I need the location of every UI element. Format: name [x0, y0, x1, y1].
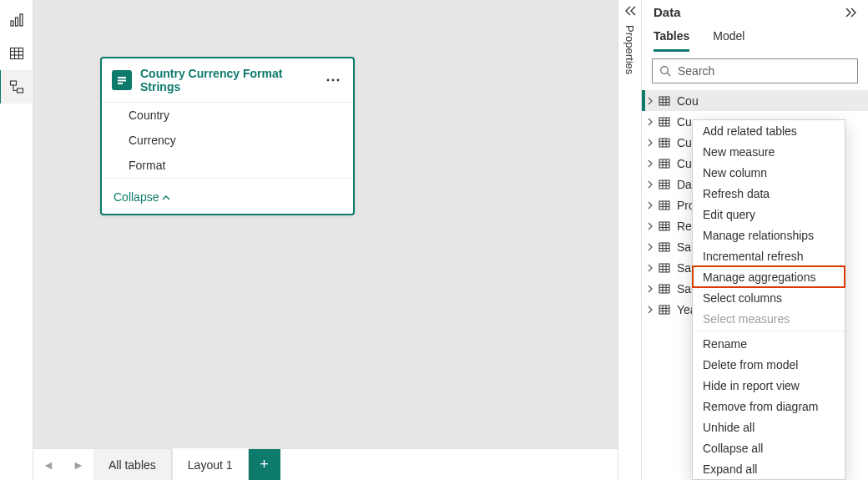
layout-tab-bar: ◄ ► All tables Layout 1 + [33, 448, 618, 480]
svg-rect-3 [10, 48, 23, 59]
context-menu-item[interactable]: New measure [693, 141, 845, 162]
context-menu-item[interactable]: Collapse all [693, 437, 845, 458]
table-icon [659, 200, 672, 211]
table-icon [659, 262, 672, 274]
app-root: Country Currency Format Strings Country … [0, 0, 868, 480]
table-field[interactable]: Format [102, 153, 353, 178]
search-input[interactable] [676, 63, 850, 78]
tab-tables[interactable]: Tables [654, 26, 689, 52]
tab-model[interactable]: Model [713, 26, 744, 52]
chevron-right-icon [647, 222, 659, 230]
properties-panel-collapsed: Properties [618, 0, 641, 480]
table-card-fields: Country Currency Format [102, 103, 353, 178]
svg-rect-29 [659, 139, 669, 147]
model-view-button[interactable] [0, 70, 32, 104]
chevron-up-icon [162, 195, 170, 201]
diagram-canvas[interactable]: Country Currency Format Strings Country … [33, 0, 618, 448]
table-card-more-button[interactable] [323, 78, 343, 82]
svg-rect-34 [659, 159, 669, 168]
svg-rect-24 [659, 118, 669, 126]
svg-rect-13 [118, 83, 123, 84]
data-view-button[interactable] [0, 37, 33, 70]
search-icon [659, 65, 671, 77]
context-menu-item[interactable]: Delete from model [693, 354, 845, 375]
tree-table-row[interactable]: Cou [642, 90, 868, 111]
table-card[interactable]: Country Currency Format Strings Country … [100, 57, 355, 215]
svg-rect-9 [17, 88, 23, 93]
canvas-column: Country Currency Format Strings Country … [33, 0, 618, 480]
context-menu-item[interactable]: Remove from diagram [693, 396, 845, 417]
layout-tab-layout1[interactable]: Layout 1 [172, 448, 249, 480]
context-menu-item[interactable]: Manage relationships [693, 225, 845, 245]
context-menu-separator [693, 331, 845, 331]
table-icon [659, 158, 672, 169]
layout-scroll-left[interactable]: ◄ [33, 449, 63, 480]
svg-rect-54 [659, 243, 669, 251]
expand-data-panel-button[interactable] [845, 7, 858, 18]
tab-label: Model [713, 29, 744, 43]
svg-rect-0 [11, 21, 13, 26]
table-header-icon [112, 70, 132, 90]
context-menu-item[interactable]: New column [693, 162, 845, 183]
svg-rect-39 [659, 180, 669, 189]
tab-label: Tables [654, 29, 689, 43]
chevron-right-icon [647, 159, 659, 168]
chevron-right-icon [647, 243, 659, 251]
svg-rect-2 [20, 14, 23, 26]
table-card-title: Country Currency Format Strings [140, 67, 323, 93]
data-panel-titlebar: Data [642, 0, 868, 21]
data-panel-tabs: Tables Model [642, 21, 868, 52]
tree-table-label: Cou [677, 94, 699, 108]
table-icon [659, 95, 672, 107]
table-card-header: Country Currency Format Strings [102, 58, 353, 103]
chevron-right-icon [647, 264, 659, 272]
context-menu-item[interactable]: Hide in report view [693, 375, 845, 396]
table-field[interactable]: Country [102, 103, 353, 128]
layout-tab-label: All tables [108, 458, 156, 472]
chevron-right-icon [647, 201, 659, 210]
data-panel-title: Data [654, 5, 681, 19]
layout-add-button[interactable]: + [249, 449, 280, 480]
table-icon [659, 220, 672, 232]
svg-point-16 [337, 79, 340, 82]
context-menu-item[interactable]: Incremental refresh [693, 245, 845, 266]
layout-tab-label: Layout 1 [188, 458, 233, 472]
context-menu-item[interactable]: Rename [693, 333, 845, 354]
context-menu-item[interactable]: Unhide all [693, 417, 845, 437]
table-icon [659, 137, 672, 149]
layout-scroll-right[interactable]: ► [63, 449, 93, 480]
context-menu-item[interactable]: Add related tables [693, 120, 845, 141]
layout-tab-all-tables[interactable]: All tables [93, 449, 172, 480]
svg-point-17 [661, 67, 669, 74]
search-box[interactable] [652, 58, 858, 83]
svg-rect-64 [659, 285, 669, 293]
view-rail [0, 0, 33, 480]
svg-rect-49 [659, 222, 669, 230]
context-menu-item[interactable]: Edit query [693, 204, 845, 225]
context-menu-item[interactable]: Expand all [693, 458, 845, 479]
svg-rect-19 [659, 97, 669, 105]
chevron-right-icon [647, 118, 659, 126]
properties-label: Properties [623, 25, 636, 74]
svg-line-18 [667, 73, 670, 76]
svg-rect-1 [15, 18, 18, 26]
svg-point-15 [332, 79, 335, 82]
svg-rect-11 [118, 77, 126, 78]
context-menu-item[interactable]: Manage aggregations [693, 266, 845, 287]
table-card-collapse-button[interactable]: Collapse [102, 178, 353, 214]
context-menu-item[interactable]: Select columns [693, 287, 845, 308]
chevron-right-icon [647, 285, 659, 293]
context-menu-item[interactable]: Refresh data [693, 183, 845, 204]
chevron-right-icon [647, 180, 659, 189]
table-field[interactable]: Currency [102, 128, 353, 153]
table-context-menu: Add related tablesNew measureNew columnR… [692, 119, 845, 480]
table-icon [659, 116, 672, 128]
table-icon [659, 304, 672, 316]
table-icon [659, 179, 672, 190]
chevron-right-icon [647, 306, 659, 314]
svg-rect-8 [10, 81, 16, 85]
expand-properties-button[interactable] [623, 5, 637, 17]
report-view-button[interactable] [0, 3, 33, 37]
svg-rect-12 [118, 80, 126, 82]
svg-rect-59 [659, 264, 669, 272]
